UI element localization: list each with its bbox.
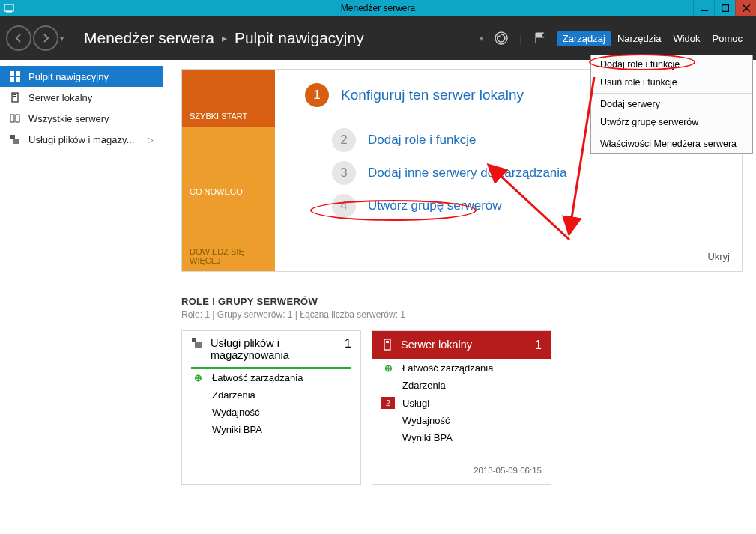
svg-rect-15 [16, 115, 19, 122]
minimize-button[interactable] [693, 0, 714, 16]
tile-row-performance[interactable]: Wydajność [191, 404, 351, 421]
svg-rect-21 [386, 341, 389, 342]
svg-rect-18 [192, 338, 196, 342]
arrow-up-icon: ⊕ [381, 362, 395, 374]
tile-row-events[interactable]: Zdarzenia [381, 377, 542, 394]
link-add-roles[interactable]: Dodaj role i funkcje [368, 133, 477, 148]
refresh-icon[interactable] [494, 31, 509, 46]
dropdown-separator [591, 93, 752, 94]
menubar: Zarządzaj Narzędzia Widok Pomoc [557, 31, 749, 46]
breadcrumb-root[interactable]: Menedżer serwera [84, 29, 214, 47]
roles-heading: ROLE I GRUPY SERWERÓW [181, 296, 743, 307]
close-button[interactable] [735, 0, 756, 16]
svg-rect-22 [386, 342, 389, 343]
dropdown-remove-roles[interactable]: Usuń role i funkcje [591, 73, 752, 91]
sidebar: Pulpit nawigacyjny Serwer lokalny Wszyst… [0, 60, 163, 534]
count-badge: 2 [381, 397, 395, 409]
svg-rect-9 [10, 77, 14, 82]
chevron-right-icon: ▸ [222, 32, 227, 44]
svg-rect-19 [195, 342, 202, 348]
welcome-tab-learnmore[interactable]: DOWIEDZ SIĘ WIĘCEJ [182, 202, 275, 271]
tile-row-bpa[interactable]: Wyniki BPA [191, 421, 351, 438]
flag-icon[interactable] [533, 31, 546, 45]
tile-title: Usługi plików i magazynowania [211, 337, 337, 361]
chevron-right-icon[interactable]: ▷ [148, 136, 154, 144]
tile-title: Serwer lokalny [401, 339, 527, 351]
maximize-button[interactable] [714, 0, 735, 16]
window-title: Menedżer serwera [341, 3, 415, 13]
link-add-servers[interactable]: Dodaj inne serwery do zarządzania [368, 166, 567, 180]
dropdown-create-group[interactable]: Utwórz grupę serwerów [591, 113, 752, 131]
svg-rect-8 [16, 71, 20, 76]
link-create-group[interactable]: Utwórz grupę serwerów [368, 198, 502, 213]
tile-local-server[interactable]: Serwer lokalny 1 ⊕Łatwość zarządzania Zd… [372, 330, 551, 485]
nav-back-button[interactable] [6, 25, 31, 51]
sidebar-item-label: Wszystkie serwery [28, 113, 109, 124]
svg-rect-14 [10, 115, 14, 122]
sidebar-item-label: Usługi plików i magazy... [28, 134, 134, 145]
sidebar-item-dashboard[interactable]: Pulpit nawigacyjny [0, 66, 163, 87]
step-2-badge: 2 [332, 128, 356, 152]
tile-count: 1 [535, 339, 542, 352]
svg-rect-3 [722, 5, 728, 12]
menu-view[interactable]: Widok [667, 31, 706, 46]
svg-rect-17 [13, 139, 19, 144]
svg-rect-1 [6, 11, 12, 13]
step-4-badge: 4 [332, 194, 356, 218]
step-1-badge: 1 [305, 83, 329, 107]
nav-history-dropdown[interactable]: ▾ [60, 34, 69, 43]
svg-rect-12 [13, 94, 16, 95]
link-configure-server[interactable]: Konfiguruj ten serwer lokalny [341, 87, 524, 103]
menu-tools[interactable]: Narzędzia [611, 31, 668, 46]
tile-file-services[interactable]: Usługi plików i magazynowania 1 ⊕Łatwość… [181, 330, 361, 485]
roles-subheading: Role: 1 | Grupy serwerów: 1 | Łączna lic… [181, 309, 743, 320]
app-icon [3, 2, 15, 14]
sidebar-item-file-services[interactable]: Usługi plików i magazy... ▷ [0, 129, 163, 150]
header: ▾ Menedżer serwera ▸ Pulpit nawigacyjny … [0, 16, 756, 60]
tile-row-performance[interactable]: Wydajność [381, 412, 542, 429]
tile-row-manageability[interactable]: ⊕Łatwość zarządzania [381, 359, 542, 377]
dropdown-properties[interactable]: Właściwości Menedżera serwera [591, 135, 752, 153]
tile-row-bpa[interactable]: Wyniki BPA [381, 429, 542, 446]
arrow-up-icon: ⊕ [191, 372, 205, 383]
svg-rect-2 [701, 10, 708, 11]
titlebar: Menedżer serwera [0, 0, 756, 16]
breadcrumb-dropdown-icon[interactable]: ▾ [480, 34, 483, 43]
separator: | [519, 33, 521, 44]
hide-link[interactable]: Ukryj [707, 251, 730, 262]
svg-rect-7 [10, 71, 14, 76]
svg-rect-11 [12, 93, 18, 102]
menu-help[interactable]: Pomoc [707, 31, 749, 46]
tile-row-services[interactable]: 2Usługi [381, 394, 542, 412]
server-icon [381, 339, 393, 351]
servers-icon [9, 112, 21, 124]
svg-rect-10 [16, 77, 20, 82]
manage-dropdown: Dodaj role i funkcje Usuń role i funkcje… [590, 55, 753, 154]
storage-icon [9, 133, 21, 145]
tile-row-events[interactable]: Zdarzenia [191, 386, 351, 404]
dropdown-add-roles[interactable]: Dodaj role i funkcje [591, 55, 752, 73]
step-3-badge: 3 [332, 161, 356, 185]
menu-manage[interactable]: Zarządzaj [557, 31, 611, 46]
dropdown-add-servers[interactable]: Dodaj serwery [591, 95, 752, 113]
svg-rect-16 [10, 135, 15, 139]
storage-icon [191, 337, 203, 349]
svg-rect-0 [4, 4, 13, 11]
svg-rect-13 [13, 96, 16, 97]
welcome-tab-quickstart[interactable]: SZYBKI START [182, 70, 275, 127]
tile-row-manageability[interactable]: ⊕Łatwość zarządzania [191, 369, 351, 386]
welcome-tab-whatsnew[interactable]: CO NOWEGO [182, 127, 275, 202]
sidebar-item-label: Serwer lokalny [28, 92, 92, 103]
tile-count: 1 [345, 337, 351, 351]
dashboard-icon [9, 70, 21, 82]
sidebar-item-local-server[interactable]: Serwer lokalny [0, 87, 163, 108]
breadcrumb: Menedżer serwera ▸ Pulpit nawigacyjny [84, 29, 364, 47]
sidebar-item-all-servers[interactable]: Wszystkie serwery [0, 108, 163, 129]
dropdown-separator [591, 133, 752, 133]
breadcrumb-current: Pulpit nawigacyjny [235, 29, 364, 47]
server-icon [9, 91, 21, 103]
sidebar-item-label: Pulpit nawigacyjny [28, 71, 109, 82]
nav-forward-button[interactable] [33, 25, 58, 51]
tile-timestamp: 2013-05-09 06:15 [381, 466, 542, 475]
